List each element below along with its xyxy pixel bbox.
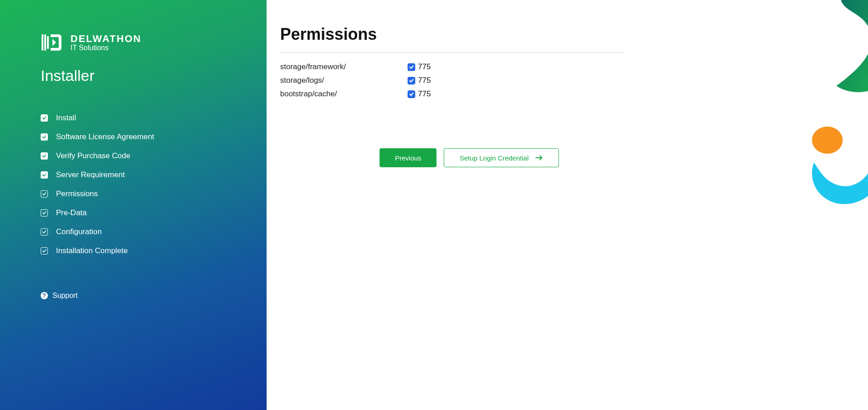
step-label: Install	[56, 113, 76, 123]
step-label: Verify Purchase Code	[56, 151, 130, 160]
permission-mode: 775	[418, 90, 431, 99]
main-content: Permissions storage/framework/ 775 stora…	[267, 0, 868, 410]
checkbox-checked-icon[interactable]	[408, 77, 415, 85]
decorative-blob-multi-icon	[800, 122, 868, 212]
step-label: Configuration	[56, 227, 102, 236]
support-label: Support	[52, 292, 78, 300]
permission-path: storage/logs/	[280, 76, 408, 85]
step-label: Server Requirement	[56, 170, 125, 179]
permission-row: bootstrap/cache/ 775	[280, 90, 624, 99]
step-server-requirement[interactable]: Server Requirement	[41, 170, 267, 179]
checkbox-checked-icon[interactable]	[408, 63, 415, 71]
step-pre-data[interactable]: Pre-Data	[41, 208, 267, 217]
step-configuration[interactable]: Configuration	[41, 227, 267, 236]
step-label: Permissions	[56, 189, 98, 198]
svg-rect-2	[47, 36, 49, 49]
step-label: Installation Complete	[56, 246, 128, 255]
checkbox-pending-icon	[41, 228, 48, 236]
svg-rect-1	[44, 34, 46, 51]
permission-path: bootstrap/cache/	[280, 90, 408, 99]
checkbox-current-icon	[41, 190, 48, 198]
svg-rect-0	[42, 34, 43, 51]
brand-logo-icon	[41, 32, 62, 53]
permission-mode: 775	[418, 62, 431, 71]
support-link[interactable]: ? Support	[41, 292, 267, 300]
step-license-agreement[interactable]: Software License Agreement	[41, 132, 267, 141]
help-icon: ?	[41, 292, 48, 299]
brand-name: DELWATHON	[70, 33, 141, 45]
brand-logo-block: DELWATHON IT Solutions	[41, 32, 267, 53]
checkbox-done-icon	[41, 114, 48, 122]
next-button[interactable]: Setup Login Credential	[444, 148, 559, 167]
brand-tagline: IT Solutions	[70, 44, 141, 52]
checkbox-pending-icon	[41, 209, 48, 217]
arrow-right-icon	[535, 155, 543, 161]
checkbox-done-icon	[41, 152, 48, 160]
step-install[interactable]: Install	[41, 113, 267, 123]
checkbox-done-icon	[41, 171, 48, 179]
next-button-label: Setup Login Credential	[460, 154, 529, 162]
step-installation-complete[interactable]: Installation Complete	[41, 246, 267, 255]
step-verify-purchase[interactable]: Verify Purchase Code	[41, 151, 267, 160]
checkbox-pending-icon	[41, 247, 48, 254]
permission-row: storage/framework/ 775	[280, 62, 624, 71]
checkbox-checked-icon[interactable]	[408, 90, 415, 98]
permission-row: storage/logs/ 775	[280, 76, 624, 85]
brand-text: DELWATHON IT Solutions	[70, 33, 141, 52]
permission-path: storage/framework/	[280, 62, 408, 71]
page-title: Permissions	[280, 25, 854, 44]
divider	[280, 52, 624, 52]
button-row: Previous Setup Login Credential	[380, 148, 854, 167]
checkbox-done-icon	[41, 133, 48, 141]
step-list: Install Software License Agreement Verif…	[41, 113, 267, 255]
step-permissions[interactable]: Permissions	[41, 189, 267, 198]
installer-title: Installer	[41, 67, 267, 85]
step-label: Software License Agreement	[56, 132, 154, 141]
sidebar: DELWATHON IT Solutions Installer Install…	[0, 0, 267, 410]
previous-button[interactable]: Previous	[380, 148, 436, 167]
step-label: Pre-Data	[56, 208, 87, 217]
permission-mode: 775	[418, 76, 431, 85]
decorative-blob-green-icon	[787, 0, 868, 108]
